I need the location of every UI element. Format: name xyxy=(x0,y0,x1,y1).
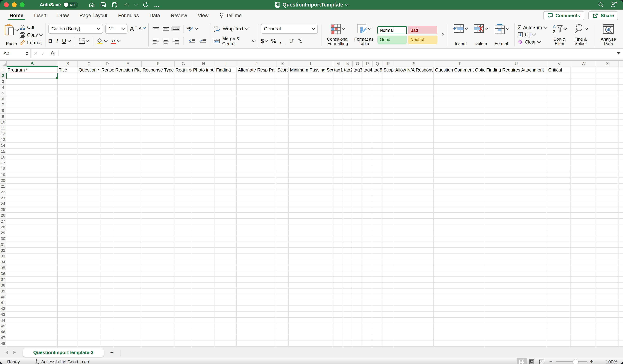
comma-button[interactable]: , xyxy=(280,38,282,45)
cell-D1[interactable]: Reason xyxy=(100,67,114,73)
cell-E8[interactable] xyxy=(114,108,141,114)
cell-C6[interactable] xyxy=(77,96,100,102)
cell-V14[interactable] xyxy=(547,143,571,149)
cell-E2[interactable] xyxy=(114,73,141,79)
cell-Q11[interactable] xyxy=(372,126,382,131)
cell-U47[interactable] xyxy=(485,335,547,341)
cell-X47[interactable] xyxy=(596,335,619,341)
row-header-15[interactable]: 15 xyxy=(0,149,6,154)
cell-O36[interactable] xyxy=(352,271,362,277)
cell-F16[interactable] xyxy=(141,154,175,160)
cell-G21[interactable] xyxy=(175,184,192,189)
cell-D22[interactable] xyxy=(100,189,114,195)
cell-L27[interactable] xyxy=(289,219,333,224)
cell-A48[interactable] xyxy=(6,341,58,347)
cell-C1[interactable]: Question * xyxy=(77,67,100,73)
cell-P25[interactable] xyxy=(362,207,372,213)
cell-E18[interactable] xyxy=(114,166,141,172)
cell-P28[interactable] xyxy=(362,224,372,230)
cell-W21[interactable] xyxy=(571,184,596,189)
format-cells-chevron-icon[interactable] xyxy=(506,26,510,30)
tab-data[interactable]: Data xyxy=(150,10,160,21)
cell-Q10[interactable] xyxy=(372,120,382,125)
page-layout-view-button[interactable] xyxy=(527,358,537,364)
cell-U12[interactable] xyxy=(485,131,547,137)
paste-menu-chevron-icon[interactable] xyxy=(15,27,19,31)
cell-A7[interactable] xyxy=(6,102,58,108)
cell-T18[interactable] xyxy=(434,166,485,172)
cell-P7[interactable] xyxy=(362,102,372,108)
cell-P11[interactable] xyxy=(362,126,372,131)
cell-P30[interactable] xyxy=(362,236,372,242)
cell-A4[interactable] xyxy=(6,85,58,90)
cell-X3[interactable] xyxy=(596,79,619,85)
cell-style-normal[interactable]: Normal xyxy=(378,26,407,34)
cell-T2[interactable] xyxy=(434,73,485,79)
cell-M10[interactable] xyxy=(333,120,343,125)
cell-V42[interactable] xyxy=(547,306,571,312)
underline-chevron-icon[interactable] xyxy=(67,39,71,42)
cell-O27[interactable] xyxy=(352,219,362,224)
cell-C26[interactable] xyxy=(77,213,100,218)
cell-D29[interactable] xyxy=(100,230,114,236)
cell-F1[interactable]: Response Type * xyxy=(141,67,175,73)
cell-D5[interactable] xyxy=(100,90,114,96)
cell-N3[interactable] xyxy=(343,79,353,85)
cell-G7[interactable] xyxy=(175,102,192,108)
cell-A16[interactable] xyxy=(6,154,58,160)
row-header-23[interactable]: 23 xyxy=(0,195,6,201)
tab-page-layout[interactable]: Page Layout xyxy=(79,10,107,21)
cell-D11[interactable] xyxy=(100,126,114,131)
cell-V38[interactable] xyxy=(547,282,571,288)
cell-E45[interactable] xyxy=(114,323,141,329)
cell-H31[interactable] xyxy=(192,242,215,248)
cell-I48[interactable] xyxy=(215,341,237,347)
cell-F8[interactable] xyxy=(141,108,175,114)
cell-I21[interactable] xyxy=(215,184,237,189)
cell-S20[interactable] xyxy=(394,178,434,184)
cell-L4[interactable] xyxy=(289,85,333,90)
cell-V28[interactable] xyxy=(547,224,571,230)
cell-L39[interactable] xyxy=(289,289,333,294)
cell-N19[interactable] xyxy=(343,172,353,178)
cell-I13[interactable] xyxy=(215,137,237,143)
cell-J2[interactable] xyxy=(237,73,276,79)
cell-S8[interactable] xyxy=(394,108,434,114)
share-contact-icon[interactable] xyxy=(610,2,618,8)
cell-N8[interactable] xyxy=(343,108,353,114)
insert-function-icon[interactable]: fx xyxy=(48,50,57,57)
cell-C32[interactable] xyxy=(77,248,100,254)
cell-A13[interactable] xyxy=(6,137,58,143)
cell-K43[interactable] xyxy=(276,312,289,318)
font-name-select[interactable]: Calibri (Body) xyxy=(48,24,103,34)
cell-I24[interactable] xyxy=(215,201,237,207)
cell-X29[interactable] xyxy=(596,230,619,236)
cell-K21[interactable] xyxy=(276,184,289,189)
cell-U31[interactable] xyxy=(485,242,547,248)
cell-L26[interactable] xyxy=(289,213,333,218)
cell-D37[interactable] xyxy=(100,277,114,282)
cell-C47[interactable] xyxy=(77,335,100,341)
cell-G47[interactable] xyxy=(175,335,192,341)
cell-H29[interactable] xyxy=(192,230,215,236)
cell-D12[interactable] xyxy=(100,131,114,137)
borders-chevron-icon[interactable] xyxy=(86,39,89,42)
cell-J45[interactable] xyxy=(237,323,276,329)
tab-formulas[interactable]: Formulas xyxy=(118,10,139,21)
cell-M21[interactable] xyxy=(333,184,343,189)
cell-U30[interactable] xyxy=(485,236,547,242)
cell-I45[interactable] xyxy=(215,323,237,329)
cell-N22[interactable] xyxy=(343,189,353,195)
cell-Q31[interactable] xyxy=(372,242,382,248)
decrease-decimal-button[interactable]: ←.0.00 xyxy=(289,39,293,44)
cell-E19[interactable] xyxy=(114,172,141,178)
merge-center-chevron-icon[interactable] xyxy=(252,39,256,42)
cell-I19[interactable] xyxy=(215,172,237,178)
cell-R2[interactable] xyxy=(382,73,394,79)
cell-U46[interactable] xyxy=(485,329,547,335)
cell-E39[interactable] xyxy=(114,289,141,294)
cancel-icon[interactable]: ✕ xyxy=(30,50,41,57)
cell-X44[interactable] xyxy=(596,318,619,323)
cell-U42[interactable] xyxy=(485,306,547,312)
cell-P47[interactable] xyxy=(362,335,372,341)
